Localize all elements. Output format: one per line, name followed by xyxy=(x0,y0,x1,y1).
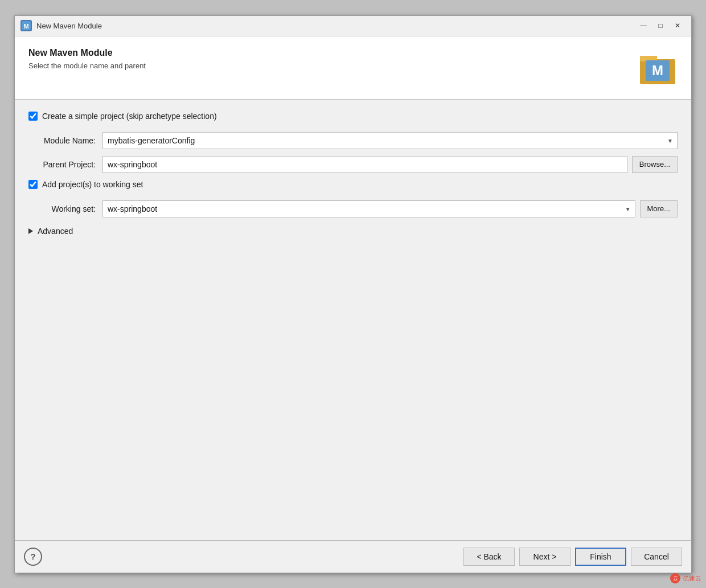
back-button[interactable]: < Back xyxy=(463,548,515,566)
cancel-button[interactable]: Cancel xyxy=(631,548,682,566)
window-icon: M xyxy=(20,20,32,31)
title-bar: M New Maven Module — □ ✕ xyxy=(15,16,691,36)
footer-right: < Back Next > Finish Cancel xyxy=(463,548,682,566)
module-name-label: Module Name: xyxy=(28,136,102,145)
footer-left: ? xyxy=(24,548,42,566)
more-button[interactable]: More... xyxy=(640,200,678,217)
dialog-title: New Maven Module xyxy=(28,48,146,58)
module-name-input-wrap: ▼ xyxy=(102,132,678,149)
browse-button[interactable]: Browse... xyxy=(632,156,678,173)
dialog-body: Create a simple project (skip archetype … xyxy=(15,100,691,540)
add-working-set-row: Add project(s) to working set xyxy=(28,180,678,189)
close-button[interactable]: ✕ xyxy=(670,19,686,32)
svg-text:M: M xyxy=(23,23,28,30)
parent-project-input-wrap xyxy=(102,156,627,173)
dialog-header: New Maven Module Select the module name … xyxy=(15,36,691,100)
dialog-window: M New Maven Module — □ ✕ New Maven Modul… xyxy=(14,15,692,573)
add-working-set-checkbox[interactable] xyxy=(28,180,38,189)
watermark-text: 亿速云 xyxy=(683,574,701,583)
parent-project-label: Parent Project: xyxy=(28,160,102,169)
minimize-button[interactable]: — xyxy=(635,19,651,32)
advanced-row[interactable]: Advanced xyxy=(28,227,678,236)
dialog-subtitle: Select the module name and parent xyxy=(28,61,146,70)
maven-icon: M xyxy=(638,48,678,88)
window-title: New Maven Module xyxy=(36,22,635,30)
working-set-label: Working set: xyxy=(28,204,102,213)
working-set-input-wrap: wx-springboot ▼ xyxy=(102,200,635,217)
simple-project-row: Create a simple project (skip archetype … xyxy=(28,112,678,121)
advanced-label: Advanced xyxy=(38,227,73,236)
module-name-row: Module Name: ▼ xyxy=(28,132,678,149)
module-name-input[interactable] xyxy=(102,132,678,149)
header-text: New Maven Module Select the module name … xyxy=(28,48,146,70)
simple-project-checkbox[interactable] xyxy=(28,112,38,121)
maven-icon-container: M xyxy=(638,48,678,88)
advanced-triangle-icon xyxy=(28,228,33,234)
finish-button[interactable]: Finish xyxy=(575,548,626,566)
simple-project-label: Create a simple project (skip archetype … xyxy=(42,112,217,121)
watermark-icon: 云 xyxy=(670,573,680,583)
parent-project-input[interactable] xyxy=(102,156,627,173)
working-set-select[interactable]: wx-springboot xyxy=(102,200,635,217)
working-set-row: Working set: wx-springboot ▼ More... xyxy=(28,200,678,217)
add-working-set-label: Add project(s) to working set xyxy=(42,180,143,189)
maximize-button[interactable]: □ xyxy=(652,19,668,32)
next-button[interactable]: Next > xyxy=(519,548,570,566)
svg-text:M: M xyxy=(652,63,663,78)
parent-project-row: Parent Project: Browse... xyxy=(28,156,678,173)
window-controls: — □ ✕ xyxy=(635,19,686,32)
help-button[interactable]: ? xyxy=(24,548,42,566)
dialog-footer: ? < Back Next > Finish Cancel xyxy=(15,540,691,573)
watermark: 云 亿速云 xyxy=(670,573,701,583)
